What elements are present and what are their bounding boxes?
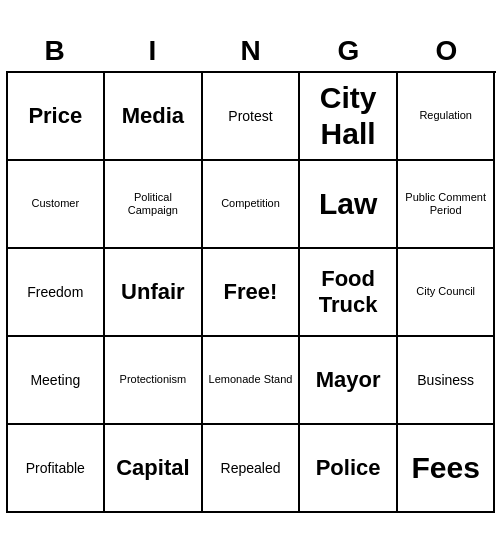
- bingo-cell-10: Freedom: [8, 249, 106, 337]
- cell-text-13: Food Truck: [304, 266, 392, 319]
- bingo-cell-0: Price: [8, 73, 106, 161]
- cell-text-22: Repealed: [221, 460, 281, 477]
- header-letter-n: N: [202, 31, 300, 71]
- bingo-cell-9: Public Comment Period: [398, 161, 496, 249]
- bingo-cell-1: Media: [105, 73, 203, 161]
- bingo-cell-14: City Council: [398, 249, 496, 337]
- bingo-cell-16: Protectionism: [105, 337, 203, 425]
- header-letter-g: G: [300, 31, 398, 71]
- bingo-header: BINGO: [6, 31, 496, 71]
- bingo-cell-8: Law: [300, 161, 398, 249]
- header-letter-b: B: [6, 31, 104, 71]
- cell-text-1: Media: [122, 103, 184, 129]
- bingo-cell-17: Lemonade Stand: [203, 337, 301, 425]
- bingo-cell-21: Capital: [105, 425, 203, 513]
- bingo-cell-22: Repealed: [203, 425, 301, 513]
- cell-text-5: Customer: [31, 197, 79, 210]
- cell-text-2: Protest: [228, 108, 272, 125]
- cell-text-20: Profitable: [26, 460, 85, 477]
- bingo-grid: PriceMediaProtestCity HallRegulationCust…: [6, 71, 496, 513]
- cell-text-23: Police: [316, 455, 381, 481]
- bingo-cell-18: Mayor: [300, 337, 398, 425]
- cell-text-24: Fees: [411, 450, 479, 486]
- bingo-cell-2: Protest: [203, 73, 301, 161]
- bingo-cell-20: Profitable: [8, 425, 106, 513]
- cell-text-18: Mayor: [316, 367, 381, 393]
- cell-text-7: Competition: [221, 197, 280, 210]
- cell-text-19: Business: [417, 372, 474, 389]
- header-letter-o: O: [398, 31, 496, 71]
- bingo-cell-6: Political Campaign: [105, 161, 203, 249]
- cell-text-21: Capital: [116, 455, 189, 481]
- header-letter-i: I: [104, 31, 202, 71]
- cell-text-14: City Council: [416, 285, 475, 298]
- cell-text-8: Law: [319, 186, 377, 222]
- cell-text-11: Unfair: [121, 279, 185, 305]
- cell-text-10: Freedom: [27, 284, 83, 301]
- bingo-cell-7: Competition: [203, 161, 301, 249]
- cell-text-16: Protectionism: [120, 373, 187, 386]
- cell-text-9: Public Comment Period: [402, 191, 490, 217]
- cell-text-4: Regulation: [419, 109, 472, 122]
- cell-text-3: City Hall: [304, 80, 392, 152]
- bingo-cell-15: Meeting: [8, 337, 106, 425]
- cell-text-0: Price: [28, 103, 82, 129]
- bingo-cell-4: Regulation: [398, 73, 496, 161]
- bingo-cell-19: Business: [398, 337, 496, 425]
- cell-text-15: Meeting: [30, 372, 80, 389]
- bingo-cell-13: Food Truck: [300, 249, 398, 337]
- bingo-cell-24: Fees: [398, 425, 496, 513]
- bingo-cell-11: Unfair: [105, 249, 203, 337]
- cell-text-6: Political Campaign: [109, 191, 197, 217]
- cell-text-17: Lemonade Stand: [209, 373, 293, 386]
- cell-text-12: Free!: [224, 279, 278, 305]
- bingo-cell-12: Free!: [203, 249, 301, 337]
- bingo-cell-5: Customer: [8, 161, 106, 249]
- bingo-cell-3: City Hall: [300, 73, 398, 161]
- bingo-cell-23: Police: [300, 425, 398, 513]
- bingo-card: BINGO PriceMediaProtestCity HallRegulati…: [6, 31, 496, 513]
